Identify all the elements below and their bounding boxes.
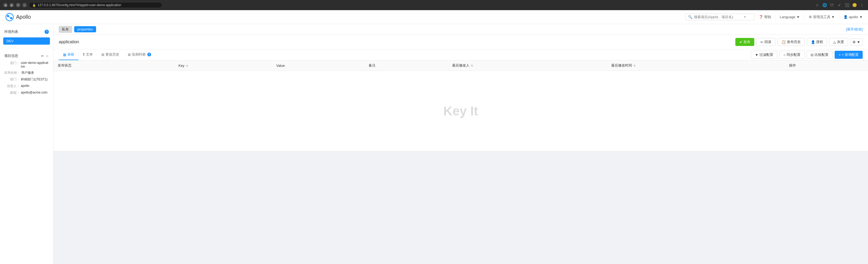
nav-divider-1	[775, 14, 776, 20]
table-tab-label: 表格	[67, 52, 74, 57]
settings-icon: ⚙	[852, 40, 856, 44]
publish-history-icon: 📋	[781, 40, 786, 44]
publish-label: 发布	[743, 39, 750, 45]
logo-text: Apollo	[16, 14, 31, 20]
top-navbar: Apollo 🔍 ▼ ❓ 帮助 Language ▼ ⚙ 管理员工具 ▼ 👤 a…	[0, 10, 868, 24]
sub-tab-history[interactable]: ⊞ 更改历史	[97, 50, 124, 60]
edit-icon[interactable]: ✏	[41, 54, 44, 58]
col-header-last-modifier[interactable]: 最后修改人 ⇅	[448, 60, 607, 71]
help-button[interactable]: ❓ 帮助	[759, 15, 771, 20]
email-label: 邮箱：	[4, 91, 20, 95]
col-header-key[interactable]: Key ⇅	[174, 60, 272, 71]
admin-dropdown-icon: ▼	[831, 15, 835, 19]
config-panel-header: application ✔ 发布 ↩ 回滚 📋 发布历史	[53, 35, 868, 50]
gray-icon: △	[833, 40, 836, 44]
compare-config-button[interactable]: ⊟ 比较配置	[807, 51, 833, 59]
language-label: Language	[780, 15, 796, 19]
gray-button[interactable]: △ 灰度	[829, 38, 848, 46]
empty-state-text: Key It	[443, 104, 478, 118]
publish-button[interactable]: ✔ 发布	[735, 38, 754, 46]
search-dropdown-arrow: ▼	[744, 16, 746, 19]
sidebar-divider	[0, 48, 53, 48]
project-field-dept2: 部门： 样例部门1(TEST1)	[4, 77, 49, 82]
sub-tab-instances[interactable]: ⊞ 实例列表 ℹ	[124, 50, 155, 60]
extension-icon-4[interactable]: ⬛	[844, 2, 850, 8]
project-field-appname: 应用名称： 用户服务	[4, 70, 49, 75]
dept2-value: 样例部门1(TEST1)	[21, 77, 48, 82]
gray-label: 灰度	[837, 39, 844, 45]
publish-history-button[interactable]: 📋 发布历史	[777, 38, 805, 46]
authorize-label: 授权	[816, 39, 823, 45]
url-text: 127.0.0.1:8070/config.html?#/appid=user-…	[38, 3, 121, 7]
col-header-last-modified-time[interactable]: 最后修改时间 ⇅	[607, 60, 785, 71]
env-item-dev[interactable]: DEV	[3, 37, 50, 45]
rollback-button[interactable]: ↩ 回滚	[756, 38, 775, 46]
env-help-icon[interactable]: ?	[44, 30, 49, 34]
last-modified-time-col-label: 最后修改时间	[611, 63, 632, 67]
search-input[interactable]	[694, 15, 742, 19]
sub-tab-actions: ▼ 过滤配置 ○ 同步配置 ⊟ 比较配置 + + 新增配置	[751, 51, 863, 59]
settings-button[interactable]: ⚙ ▼	[850, 38, 863, 46]
help-icon: ❓	[759, 15, 763, 19]
key-sort-icon: ⇅	[186, 64, 188, 67]
extension-icon-3[interactable]: ✓	[837, 2, 842, 8]
project-field-email: 邮箱： apollo@acme.com	[4, 91, 49, 95]
history-tab-label: 更改历史	[105, 52, 119, 57]
expand-collapse-link[interactable]: [展开/收缩]	[846, 27, 863, 32]
ns-tab-properties[interactable]: properties	[74, 26, 96, 32]
filter-label: 过滤配置	[760, 52, 773, 57]
user-dropdown-icon: ▼	[859, 15, 863, 19]
col-header-publish-status: 发布状态	[53, 60, 174, 71]
project-field-dept: 部门： user-demo-application	[4, 61, 49, 68]
owner-label: 负责人：	[4, 84, 20, 88]
user-label: apollo	[849, 15, 858, 19]
sync-config-button[interactable]: ○ 同步配置	[779, 51, 804, 59]
reload-button[interactable]: ↻	[16, 3, 20, 7]
table-header-row: 发布状态 Key ⇅ Value 备注	[53, 60, 868, 71]
search-bar[interactable]: 🔍 ▼	[685, 13, 754, 20]
compare-icon: ⊟	[811, 53, 813, 57]
sync-label: 同步配置	[786, 52, 801, 57]
language-button[interactable]: Language ▼	[780, 15, 800, 19]
publish-history-label: 发布历史	[787, 39, 801, 45]
extension-icon-1[interactable]: 🌐	[822, 2, 828, 8]
compare-label: 比较配置	[815, 52, 829, 57]
instances-tab-label: 实例列表	[132, 52, 146, 57]
sub-tab-table[interactable]: ▦ 表格	[59, 50, 79, 60]
user-menu-button[interactable]: 👤 apollo ▼	[843, 15, 863, 19]
actions-col-label: 操作	[789, 63, 796, 67]
star-icon[interactable]: ☆	[45, 54, 49, 58]
extension-icon-2[interactable]: 🛡	[829, 2, 835, 8]
menu-button[interactable]: ⋮	[859, 2, 865, 8]
settings-dropdown-icon: ▼	[857, 40, 860, 44]
authorize-button[interactable]: 👤 授权	[807, 38, 827, 46]
value-col-label: Value	[276, 64, 285, 68]
publish-icon: ✔	[739, 40, 742, 44]
filter-config-button[interactable]: ▼ 过滤配置	[751, 51, 777, 59]
navbar-actions: ❓ 帮助 Language ▼ ⚙ 管理员工具 ▼ 👤 apollo ▼	[759, 14, 863, 20]
back-button[interactable]: ◀	[3, 3, 7, 7]
svg-line-3	[8, 16, 11, 18]
history-icon: ⊞	[101, 53, 104, 57]
email-value: apollo@acme.com	[21, 91, 48, 95]
last-modifier-sort-icon: ⇅	[471, 64, 473, 67]
config-actions: ✔ 发布 ↩ 回滚 📋 发布历史 👤 授权	[735, 38, 863, 46]
sub-tab-text[interactable]: T 文本	[79, 50, 97, 60]
sync-icon: ○	[783, 53, 785, 57]
dept-label: 部门：	[4, 61, 20, 68]
admin-tools-button[interactable]: ⚙ 管理员工具 ▼	[809, 15, 835, 20]
add-icon: +	[839, 53, 841, 57]
publish-status-col-label: 发布状态	[58, 63, 71, 67]
url-bar[interactable]: 🔒 127.0.0.1:8070/config.html?#/appid=use…	[29, 2, 162, 8]
ns-tab-private[interactable]: 私有	[59, 26, 72, 33]
logo-area: Apollo	[5, 13, 31, 21]
add-config-button[interactable]: + + 新增配置	[835, 51, 863, 59]
col-header-actions: 操作	[785, 60, 868, 71]
forward-button[interactable]: ▶	[10, 3, 14, 7]
bookmark-button[interactable]: ☆	[814, 2, 820, 8]
lock-icon: 🔒	[32, 3, 36, 7]
extension-icon-5[interactable]: 😊	[851, 2, 857, 8]
home-button[interactable]: ⌂	[23, 3, 27, 7]
config-panel: application ✔ 发布 ↩ 回滚 📋 发布历史	[53, 35, 868, 151]
ns-tab-private-label: 私有	[62, 27, 69, 31]
